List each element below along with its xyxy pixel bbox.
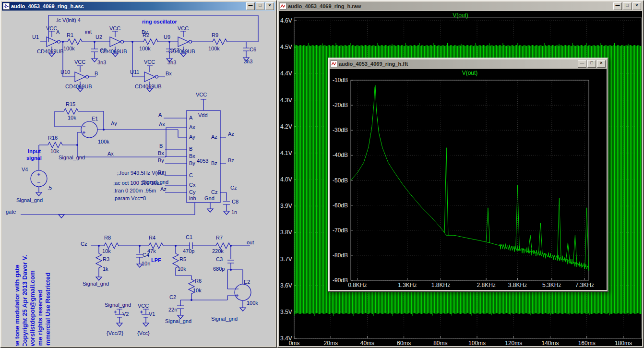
part-ref-r7[interactable]: R7 [216, 235, 223, 240]
schematic-titlebar[interactable]: audio_4053_4069_ring_h.asc — □ × [2, 2, 275, 11]
part-value-r5[interactable]: 10k [178, 266, 186, 272]
net-label-a[interactable]: A [56, 29, 60, 35]
part-ref-u9[interactable]: U9 [164, 34, 170, 40]
comment-copyright-line2[interactable]: © Copyright 25 Apr 2013 Davor V. [21, 255, 28, 346]
part-ref-u11[interactable]: U11 [130, 69, 139, 75]
part-value-r9[interactable]: 100k [208, 46, 220, 51]
part-value-r3[interactable]: 1k [103, 266, 108, 272]
comment-ring-oscillator[interactable]: ring oscillator [142, 19, 177, 24]
net-label-vcc[interactable]: VCC [109, 25, 120, 31]
part-ref-r5[interactable]: R5 [179, 256, 186, 262]
net-label-init[interactable]: init [85, 29, 92, 35]
net-label-bz[interactable]: Bz [228, 157, 234, 163]
part-ref-e2[interactable]: E2 [244, 279, 250, 285]
comment-copyright-line4[interactable]: Some rights reserved [36, 290, 44, 346]
close-button[interactable]: × [597, 60, 606, 68]
part-value-inverter[interactable]: CD4069UB [37, 48, 64, 54]
fft-trace[interactable] [351, 85, 589, 271]
part-value-c3[interactable]: 680p [213, 266, 225, 272]
net-label-ax[interactable]: Ax [107, 151, 114, 156]
part-ref-c7[interactable]: C7 [173, 48, 179, 53]
part-ref-c3[interactable]: C3 [216, 256, 223, 262]
net-label-out[interactable]: out [247, 240, 254, 245]
part-value-r15[interactable]: 10k [68, 115, 76, 120]
net-label-gate[interactable]: gate [6, 209, 16, 215]
comment-copyright-line1[interactable]: Sine tone modulator with gate [13, 264, 21, 346]
net-label-signal-gnd[interactable]: Signal_gnd [165, 318, 191, 324]
net-label-vcc[interactable]: VCC [196, 92, 207, 97]
net-label-bz[interactable]: Bz [158, 169, 164, 175]
net-label-signal-gnd[interactable]: Signal_gnd [83, 281, 109, 287]
maximize-button[interactable]: □ [587, 60, 596, 68]
net-label-cz[interactable]: Cz [81, 241, 87, 247]
comment-lpf[interactable]: LPF [151, 257, 161, 263]
part-value-r6[interactable]: 10k [193, 288, 202, 293]
part-ref-c2[interactable]: C2 [169, 294, 176, 300]
spice-directive-ic[interactable]: .ic V(init) 4 [56, 17, 81, 23]
part-ref-v2[interactable]: V2 [122, 311, 129, 317]
net-label-signal-gnd[interactable]: Signal_gnd [142, 179, 168, 185]
net-label-bx[interactable]: Bx [158, 150, 164, 156]
close-button[interactable]: × [632, 2, 641, 10]
net-label-vcc[interactable]: VCC [144, 59, 155, 65]
part-value-r4[interactable]: 47k [147, 248, 156, 254]
part-value-v1[interactable]: {Vcc} [137, 330, 150, 336]
comment-input[interactable]: Input [28, 148, 41, 154]
spice-directive-tran[interactable]: .tran 0 200m .95m [113, 188, 156, 193]
part-value-r1[interactable]: 100k [63, 46, 75, 51]
maximize-button[interactable]: □ [623, 2, 632, 10]
fft-titlebar[interactable]: audio_4053_4069_ring_h.fft — □ × [330, 60, 607, 68]
part-ref-c8[interactable]: C8 [232, 199, 239, 204]
part-value-c8[interactable]: 1n [231, 209, 237, 215]
net-label-a[interactable]: A [158, 112, 162, 118]
part-ref-u10[interactable]: U10 [60, 69, 70, 75]
maximize-button[interactable]: □ [256, 2, 264, 10]
net-label-signal-gnd[interactable]: Signal_gnd [16, 197, 43, 203]
part-ref-r2[interactable]: R2 [143, 32, 149, 38]
net-label-signal-gnd[interactable]: Signal_gnd [211, 316, 238, 322]
part-ref-c6[interactable]: C6 [250, 47, 256, 52]
net-label-bx[interactable]: Bx [166, 71, 172, 76]
part-value-c4[interactable]: 10n [142, 261, 150, 266]
part-ref-v4[interactable]: V4 [22, 167, 28, 172]
schematic-canvas[interactable]: .ic V(init) 4 ;.four 949.5Hz V(out) ;ac … [2, 11, 275, 346]
part-ref-r15[interactable]: R15 [66, 101, 75, 107]
net-label-vcc[interactable]: VCC [178, 25, 189, 31]
mux-type[interactable]: 4053 [197, 158, 208, 164]
fft-plot-pane[interactable]: V(out) -10dB-20dB-30dB-40dB-50dB-60dB-70… [330, 69, 607, 290]
minimize-button[interactable]: — [613, 2, 622, 10]
net-label-signal-gnd[interactable]: Signal_gnd [105, 302, 131, 308]
net-label-cz[interactable]: Cz [230, 185, 237, 191]
net-label-b[interactable]: B [95, 71, 98, 76]
net-label-ax[interactable]: Ax [159, 121, 165, 127]
net-label-az[interactable]: Az [228, 131, 234, 137]
part-ref-r8[interactable]: R8 [104, 235, 111, 240]
part-value-c5[interactable]: 3n3 [97, 60, 106, 65]
comment-copyright-line3[interactable]: davorslistdepot@gmail.com [29, 270, 36, 346]
close-button[interactable]: × [265, 2, 274, 10]
net-label-ay[interactable]: Ay [111, 120, 117, 126]
comment-copyright-line5[interactable]: Commercial Use Restricted [44, 273, 51, 346]
part-value-r7[interactable]: 220k [212, 248, 224, 254]
net-label-signal-gnd[interactable]: Signal_gnd [59, 155, 85, 160]
part-value-v2[interactable]: {Vcc/2} [107, 330, 123, 336]
net-label-vcc[interactable]: VCC [46, 25, 57, 31]
net-label-by[interactable]: By [158, 157, 164, 163]
part-value-v4[interactable]: .5 [48, 185, 52, 191]
comment-signal[interactable]: signal [26, 155, 42, 161]
part-ref-r1[interactable]: R1 [67, 32, 73, 38]
part-ref-c5[interactable]: C5 [100, 48, 107, 53]
part-value-c6[interactable]: 3n3 [244, 59, 252, 64]
part-value-inverter[interactable]: CD4069UB [65, 84, 92, 89]
part-value-r8[interactable]: 10k [102, 248, 111, 254]
part-ref-r6[interactable]: R6 [195, 278, 202, 284]
part-value-c2[interactable]: 22n [168, 307, 177, 312]
part-ref-c1[interactable]: C1 [186, 234, 192, 240]
net-label-az[interactable]: Az [160, 186, 167, 192]
net-label-vcc[interactable]: VCC [74, 59, 85, 65]
net-label-vcc[interactable]: VCC [138, 303, 149, 309]
minimize-button[interactable]: — [578, 60, 586, 68]
part-ref-r16[interactable]: R16 [48, 135, 58, 141]
spice-directive-param[interactable]: .param Vcc=8 [113, 195, 146, 201]
part-value-r2[interactable]: 100k [139, 46, 151, 51]
